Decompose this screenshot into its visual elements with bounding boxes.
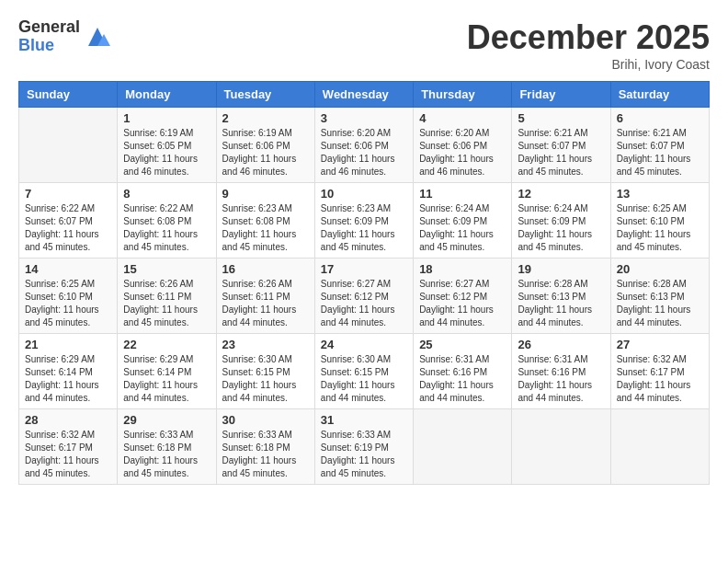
calendar-cell: 29Sunrise: 6:33 AMSunset: 6:18 PMDayligh… [118, 409, 216, 485]
day-info: Sunrise: 6:25 AMSunset: 6:10 PMDaylight:… [617, 202, 703, 254]
calendar-cell [512, 409, 610, 485]
day-number: 9 [222, 187, 309, 201]
calendar-cell: 10Sunrise: 6:23 AMSunset: 6:09 PMDayligh… [314, 183, 413, 259]
calendar-cell: 21Sunrise: 6:29 AMSunset: 6:14 PMDayligh… [19, 334, 118, 409]
weekday-header: Saturday [610, 82, 709, 108]
day-number: 27 [617, 338, 703, 351]
day-number: 8 [123, 187, 210, 201]
calendar-cell [610, 409, 709, 485]
calendar-cell [414, 409, 512, 485]
calendar-cell: 26Sunrise: 6:31 AMSunset: 6:16 PMDayligh… [512, 334, 610, 409]
day-number: 6 [617, 111, 703, 125]
day-info: Sunrise: 6:21 AMSunset: 6:07 PMDaylight:… [518, 127, 604, 178]
weekday-header: Sunday [19, 82, 118, 108]
calendar-cell: 12Sunrise: 6:24 AMSunset: 6:09 PMDayligh… [512, 183, 610, 259]
calendar-cell: 2Sunrise: 6:19 AMSunset: 6:06 PMDaylight… [216, 108, 314, 183]
day-info: Sunrise: 6:24 AMSunset: 6:09 PMDaylight:… [518, 202, 604, 254]
day-number: 12 [518, 187, 604, 201]
day-info: Sunrise: 6:28 AMSunset: 6:13 PMDaylight:… [617, 278, 703, 329]
title-section: December 2025 Brihi, Ivory Coast [467, 18, 710, 72]
logo-blue: Blue [18, 37, 80, 55]
day-number: 18 [419, 262, 506, 276]
day-info: Sunrise: 6:32 AMSunset: 6:17 PMDaylight:… [25, 429, 111, 480]
day-number: 28 [25, 413, 111, 427]
day-info: Sunrise: 6:30 AMSunset: 6:15 PMDaylight:… [222, 353, 309, 405]
calendar-week-row: 28Sunrise: 6:32 AMSunset: 6:17 PMDayligh… [19, 409, 710, 485]
location: Brihi, Ivory Coast [467, 57, 710, 72]
weekday-header: Wednesday [314, 82, 413, 108]
day-info: Sunrise: 6:31 AMSunset: 6:16 PMDaylight:… [419, 353, 506, 405]
calendar-cell: 11Sunrise: 6:24 AMSunset: 6:09 PMDayligh… [414, 183, 512, 259]
day-number: 5 [518, 111, 604, 125]
day-info: Sunrise: 6:19 AMSunset: 6:05 PMDaylight:… [123, 127, 210, 178]
day-info: Sunrise: 6:33 AMSunset: 6:18 PMDaylight:… [222, 429, 309, 480]
day-info: Sunrise: 6:22 AMSunset: 6:08 PMDaylight:… [123, 202, 210, 254]
day-info: Sunrise: 6:20 AMSunset: 6:06 PMDaylight:… [321, 127, 407, 178]
calendar-cell: 16Sunrise: 6:26 AMSunset: 6:11 PMDayligh… [216, 259, 314, 334]
calendar-cell: 19Sunrise: 6:28 AMSunset: 6:13 PMDayligh… [512, 259, 610, 334]
page-header: General Blue December 2025 Brihi, Ivory … [18, 18, 710, 72]
logo-text: General Blue [18, 18, 80, 55]
day-number: 26 [518, 338, 604, 351]
calendar-cell: 28Sunrise: 6:32 AMSunset: 6:17 PMDayligh… [19, 409, 118, 485]
calendar-cell: 23Sunrise: 6:30 AMSunset: 6:15 PMDayligh… [216, 334, 314, 409]
calendar-cell: 5Sunrise: 6:21 AMSunset: 6:07 PMDaylight… [512, 108, 610, 183]
day-info: Sunrise: 6:27 AMSunset: 6:12 PMDaylight:… [419, 278, 506, 329]
calendar-cell: 14Sunrise: 6:25 AMSunset: 6:10 PMDayligh… [19, 259, 118, 334]
logo-icon [84, 23, 111, 51]
weekday-header: Tuesday [216, 82, 314, 108]
day-info: Sunrise: 6:26 AMSunset: 6:11 PMDaylight:… [123, 278, 210, 329]
day-number: 3 [321, 111, 407, 125]
calendar-cell: 27Sunrise: 6:32 AMSunset: 6:17 PMDayligh… [610, 334, 709, 409]
calendar-cell: 1Sunrise: 6:19 AMSunset: 6:05 PMDaylight… [118, 108, 216, 183]
logo: General Blue [18, 18, 111, 55]
day-number: 20 [617, 262, 703, 276]
day-info: Sunrise: 6:27 AMSunset: 6:12 PMDaylight:… [321, 278, 407, 329]
calendar-cell: 18Sunrise: 6:27 AMSunset: 6:12 PMDayligh… [414, 259, 512, 334]
day-number: 15 [123, 262, 210, 276]
calendar-cell: 22Sunrise: 6:29 AMSunset: 6:14 PMDayligh… [118, 334, 216, 409]
day-number: 13 [617, 187, 703, 201]
calendar-header-row: SundayMondayTuesdayWednesdayThursdayFrid… [19, 82, 710, 108]
day-number: 2 [222, 111, 309, 125]
day-info: Sunrise: 6:28 AMSunset: 6:13 PMDaylight:… [518, 278, 604, 329]
calendar-cell: 7Sunrise: 6:22 AMSunset: 6:07 PMDaylight… [19, 183, 118, 259]
day-number: 19 [518, 262, 604, 276]
day-number: 21 [25, 338, 111, 351]
day-number: 1 [123, 111, 210, 125]
day-info: Sunrise: 6:29 AMSunset: 6:14 PMDaylight:… [123, 353, 210, 405]
day-info: Sunrise: 6:22 AMSunset: 6:07 PMDaylight:… [25, 202, 111, 254]
day-info: Sunrise: 6:32 AMSunset: 6:17 PMDaylight:… [617, 353, 703, 405]
calendar-week-row: 1Sunrise: 6:19 AMSunset: 6:05 PMDaylight… [19, 108, 710, 183]
day-number: 22 [123, 338, 210, 351]
calendar-cell: 13Sunrise: 6:25 AMSunset: 6:10 PMDayligh… [610, 183, 709, 259]
calendar-week-row: 14Sunrise: 6:25 AMSunset: 6:10 PMDayligh… [19, 259, 710, 334]
day-info: Sunrise: 6:23 AMSunset: 6:08 PMDaylight:… [222, 202, 309, 254]
day-info: Sunrise: 6:23 AMSunset: 6:09 PMDaylight:… [321, 202, 407, 254]
weekday-header: Monday [118, 82, 216, 108]
day-number: 16 [222, 262, 309, 276]
day-info: Sunrise: 6:26 AMSunset: 6:11 PMDaylight:… [222, 278, 309, 329]
calendar-week-row: 7Sunrise: 6:22 AMSunset: 6:07 PMDaylight… [19, 183, 710, 259]
month-title: December 2025 [467, 18, 710, 57]
day-number: 17 [321, 262, 407, 276]
day-info: Sunrise: 6:33 AMSunset: 6:18 PMDaylight:… [123, 429, 210, 480]
calendar-cell: 6Sunrise: 6:21 AMSunset: 6:07 PMDaylight… [610, 108, 709, 183]
calendar-cell: 3Sunrise: 6:20 AMSunset: 6:06 PMDaylight… [314, 108, 413, 183]
day-info: Sunrise: 6:31 AMSunset: 6:16 PMDaylight:… [518, 353, 604, 405]
day-number: 31 [321, 413, 407, 427]
day-info: Sunrise: 6:25 AMSunset: 6:10 PMDaylight:… [25, 278, 111, 329]
day-number: 23 [222, 338, 309, 351]
calendar-cell [19, 108, 118, 183]
day-number: 14 [25, 262, 111, 276]
day-info: Sunrise: 6:30 AMSunset: 6:15 PMDaylight:… [321, 353, 407, 405]
day-number: 7 [25, 187, 111, 201]
day-info: Sunrise: 6:19 AMSunset: 6:06 PMDaylight:… [222, 127, 309, 178]
calendar-table: SundayMondayTuesdayWednesdayThursdayFrid… [18, 81, 710, 485]
day-number: 24 [321, 338, 407, 351]
day-number: 30 [222, 413, 309, 427]
day-info: Sunrise: 6:33 AMSunset: 6:19 PMDaylight:… [321, 429, 407, 480]
calendar-cell: 17Sunrise: 6:27 AMSunset: 6:12 PMDayligh… [314, 259, 413, 334]
day-info: Sunrise: 6:24 AMSunset: 6:09 PMDaylight:… [419, 202, 506, 254]
day-info: Sunrise: 6:21 AMSunset: 6:07 PMDaylight:… [617, 127, 703, 178]
